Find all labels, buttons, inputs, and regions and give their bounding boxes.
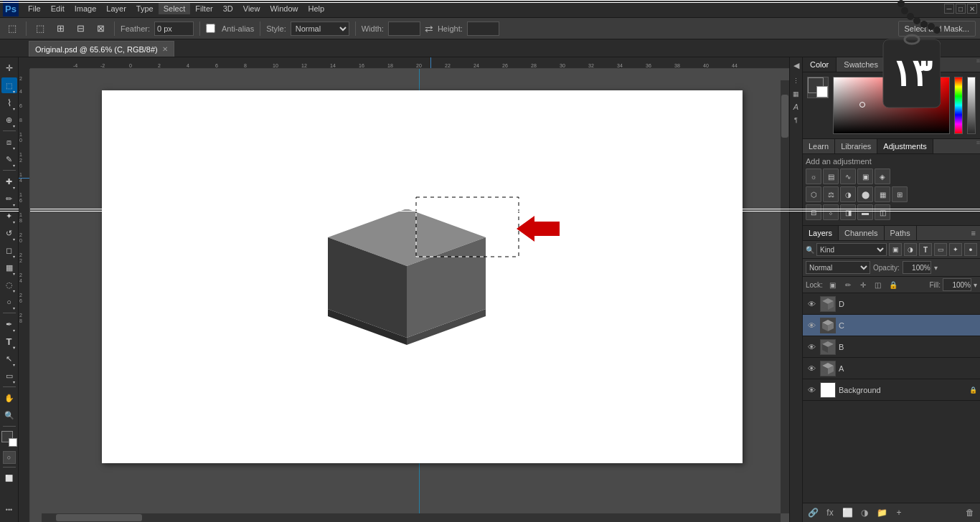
layer-row[interactable]: 👁 B <box>803 336 980 358</box>
adjustment-filter-btn[interactable]: ◑ <box>904 243 917 256</box>
alpha-strip[interactable] <box>967 77 976 134</box>
maximize-button[interactable]: □ <box>956 4 966 14</box>
menu-view[interactable]: View <box>238 3 265 14</box>
gradient-tool[interactable]: ▦▾ <box>1 260 17 275</box>
threshold-icon[interactable]: ◨ <box>840 204 856 220</box>
horizontal-scrollbar[interactable] <box>42 513 781 522</box>
fill-dropdown[interactable]: ▾ <box>974 281 977 289</box>
layer-row[interactable]: 👁 C <box>803 315 980 336</box>
selective-color-icon[interactable]: ◫ <box>875 204 890 220</box>
lasso-tool[interactable]: ⌇▾ <box>1 95 17 110</box>
layer-visibility-icon[interactable]: 👁 <box>806 298 817 310</box>
layers-panel-menu[interactable]: ≡ <box>967 226 980 240</box>
eraser-tool[interactable]: ◻▾ <box>1 242 17 258</box>
shape-tool[interactable]: ▭▾ <box>1 368 17 384</box>
minimize-button[interactable]: ─ <box>944 4 954 14</box>
effect-filter-btn[interactable]: ● <box>964 243 977 256</box>
color-picker[interactable] <box>1 431 17 447</box>
lock-position-icon[interactable]: ✛ <box>857 278 870 291</box>
panel-arrange-icon[interactable]: ▦ <box>791 89 801 99</box>
menu-image[interactable]: Image <box>70 3 102 14</box>
menu-edit[interactable]: Edit <box>46 3 70 14</box>
background-color[interactable] <box>9 438 17 447</box>
pen-tool[interactable]: ✒▾ <box>1 316 17 332</box>
feather-input[interactable] <box>154 22 194 36</box>
color-tab[interactable]: Color <box>803 57 837 72</box>
move-tool[interactable]: ✛ <box>1 60 17 76</box>
menu-type[interactable]: Type <box>131 3 159 14</box>
channels-tab[interactable]: Channels <box>839 226 884 240</box>
document-tab[interactable]: Original.psd @ 65.6% (C, RGB/8#) ✕ <box>29 41 174 57</box>
panel-ai-icon[interactable]: A <box>791 102 801 112</box>
menu-select[interactable]: Select <box>159 3 191 14</box>
color-swatch-box[interactable] <box>807 77 829 98</box>
quick-select-tool[interactable]: ⊕▾ <box>1 112 17 128</box>
lock-pixels-icon[interactable]: ▣ <box>826 278 839 291</box>
eyedropper-tool[interactable]: ✎▾ <box>1 151 17 167</box>
hue-strip[interactable] <box>954 77 963 134</box>
brightness-contrast-icon[interactable]: ☼ <box>806 169 821 184</box>
layer-link-btn[interactable]: 🔗 <box>806 506 820 520</box>
exposure-icon[interactable]: ▣ <box>857 169 873 184</box>
lock-image-icon[interactable]: ✏ <box>842 278 854 291</box>
menu-layer[interactable]: Layer <box>101 3 131 14</box>
hue-indicator[interactable] <box>0 209 980 212</box>
color-balance-icon[interactable]: ⚖ <box>823 186 839 202</box>
panel-options-icon[interactable]: ⋮ <box>791 76 801 86</box>
vertical-scrollbar[interactable] <box>781 80 789 513</box>
alpha-indicator[interactable] <box>0 0 980 3</box>
layer-new-btn[interactable]: + <box>892 506 906 520</box>
hand-tool[interactable]: ✋ <box>1 390 17 406</box>
levels-icon[interactable]: ▤ <box>823 169 839 184</box>
layer-mask-btn[interactable]: ⬜ <box>840 506 854 520</box>
add-selection-icon[interactable]: ⊞ <box>52 21 68 37</box>
adj-panel-collapse[interactable]: ≡ <box>976 139 980 153</box>
panel-toggle-icon[interactable]: ◀ <box>791 60 801 70</box>
type-filter-btn[interactable]: T <box>919 243 932 256</box>
blend-mode-select[interactable]: Normal <box>806 261 870 274</box>
h-scroll-thumb[interactable] <box>56 514 142 521</box>
path-selection-tool[interactable]: ↖▾ <box>1 351 17 366</box>
fill-input[interactable] <box>943 278 971 291</box>
type-tool[interactable]: T▾ <box>1 333 17 349</box>
layer-effects-btn[interactable]: fx <box>823 506 837 520</box>
posterize-icon[interactable]: ⬦ <box>823 204 839 220</box>
layer-group-btn[interactable]: 📁 <box>875 506 889 520</box>
lock-artboard-icon[interactable]: ◫ <box>872 278 885 291</box>
more-tools-btn[interactable]: ••• <box>3 503 16 519</box>
channel-mixer-icon[interactable]: ▦ <box>875 186 890 202</box>
color-panel-collapse[interactable]: ≡ <box>976 57 980 72</box>
healing-brush-tool[interactable]: ✚▾ <box>1 174 17 189</box>
dodge-tool[interactable]: ○▾ <box>1 294 17 310</box>
menu-3d[interactable]: 3D <box>218 3 238 14</box>
tool-options-icon[interactable]: ⬚ <box>4 21 20 37</box>
blur-tool[interactable]: ◌▾ <box>1 277 17 293</box>
close-button[interactable]: ✕ <box>967 4 977 14</box>
smart-filter-btn[interactable]: ✦ <box>949 243 962 256</box>
screen-mode-btn[interactable]: ⬜ <box>1 470 17 486</box>
opacity-input[interactable] <box>903 261 931 274</box>
learn-tab[interactable]: Learn <box>803 139 835 153</box>
libraries-tab[interactable]: Libraries <box>835 139 877 153</box>
curves-icon[interactable]: ∿ <box>840 169 856 184</box>
antialias-checkbox[interactable] <box>206 24 215 33</box>
subtract-selection-icon[interactable]: ⊟ <box>72 21 88 37</box>
menu-filter[interactable]: Filter <box>190 3 217 14</box>
color-lookup-icon[interactable]: ⊞ <box>892 186 908 202</box>
vibrance-icon[interactable]: ◈ <box>875 169 890 184</box>
quick-mask-btn[interactable]: ○ <box>3 451 16 464</box>
layer-visibility-icon[interactable]: 👁 <box>806 363 817 374</box>
layers-kind-select[interactable]: Kind <box>816 243 887 256</box>
height-input[interactable] <box>467 22 499 36</box>
width-input[interactable] <box>388 22 420 36</box>
invert-icon[interactable]: ⊟ <box>806 204 821 220</box>
swap-dimensions-icon[interactable]: ⇄ <box>425 23 433 34</box>
background-swatch[interactable] <box>816 86 828 98</box>
lock-all-icon[interactable]: 🔒 <box>887 278 900 291</box>
document-canvas[interactable] <box>102 90 743 463</box>
v-scroll-thumb[interactable] <box>781 95 788 138</box>
shape-filter-btn[interactable]: ▭ <box>934 243 947 256</box>
layer-row[interactable]: 👁 A <box>803 358 980 379</box>
layer-visibility-icon[interactable]: 👁 <box>806 320 817 331</box>
black-white-icon[interactable]: ◑ <box>840 186 856 202</box>
